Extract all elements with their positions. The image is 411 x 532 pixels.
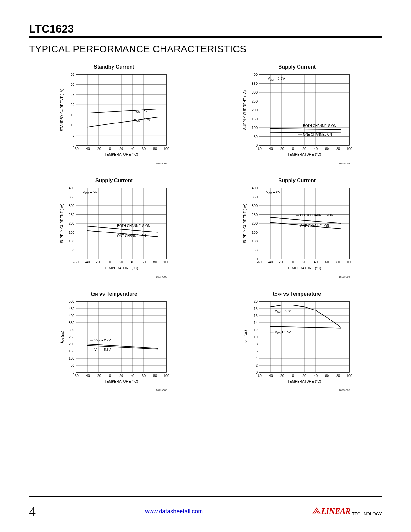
svg-text:TEMPERATURE (°C): TEMPERATURE (°C) xyxy=(287,266,321,270)
svg-text:80: 80 xyxy=(153,260,157,264)
fig-code: 1623 G04 xyxy=(244,162,350,165)
svg-text:TEMPERATURE (°C): TEMPERATURE (°C) xyxy=(104,266,138,270)
svg-text:300: 300 xyxy=(69,328,74,332)
svg-text:ONE CHANNEL ON: ONE CHANNEL ON xyxy=(300,224,329,228)
svg-text:-40: -40 xyxy=(268,147,273,151)
chart-g04: -60-40-200204060801000501001502002503003… xyxy=(241,71,353,160)
svg-text:60: 60 xyxy=(325,260,329,264)
svg-text:BOTH CHANNELS ON: BOTH CHANNELS ON xyxy=(117,224,151,228)
svg-text:12: 12 xyxy=(254,328,258,332)
fig-code: 1623 G05 xyxy=(244,275,350,278)
svg-text:18: 18 xyxy=(254,307,258,310)
fig-code: 1623 G07 xyxy=(244,389,350,392)
chart-cell-g04: Supply Current-60-40-2002040608010005010… xyxy=(225,64,369,165)
svg-text:20: 20 xyxy=(302,147,306,151)
svg-text:tON (µs): tON (µs) xyxy=(60,331,64,343)
svg-text:ONE CHANNEL ON: ONE CHANNEL ON xyxy=(303,133,332,136)
svg-text:100: 100 xyxy=(251,239,257,243)
chart-g07: -60-40-2002040608010002468101214161820VC… xyxy=(241,298,353,387)
svg-text:0: 0 xyxy=(292,147,294,151)
svg-text:60: 60 xyxy=(142,260,146,264)
svg-text:40: 40 xyxy=(131,147,134,151)
svg-text:-20: -20 xyxy=(279,374,284,378)
page-number: 4 xyxy=(29,504,36,519)
svg-text:50: 50 xyxy=(71,248,74,252)
svg-text:50: 50 xyxy=(71,363,74,367)
svg-text:VCC  = 2.7V: VCC = 2.7V xyxy=(134,118,151,122)
svg-text:TEMPERATURE (°C): TEMPERATURE (°C) xyxy=(104,379,138,383)
svg-text:350: 350 xyxy=(69,195,74,199)
svg-text:VCC  = 2.7V: VCC = 2.7V xyxy=(275,309,291,313)
svg-text:15: 15 xyxy=(71,113,74,117)
svg-text:-20: -20 xyxy=(96,260,101,264)
svg-text:60: 60 xyxy=(325,374,329,378)
svg-text:400: 400 xyxy=(251,186,257,190)
svg-text:400: 400 xyxy=(251,73,257,76)
chart-g06: -60-40-200204060801000501001502002503003… xyxy=(58,298,170,387)
svg-text:350: 350 xyxy=(251,195,257,199)
svg-text:80: 80 xyxy=(336,374,340,378)
svg-text:VCC  = 5.5V: VCC = 5.5V xyxy=(275,330,291,335)
svg-text:SUPPLY CURRENT (µA): SUPPLY CURRENT (µA) xyxy=(60,203,64,243)
svg-text:40: 40 xyxy=(131,374,134,378)
svg-text:50: 50 xyxy=(254,248,258,252)
svg-text:100: 100 xyxy=(347,260,352,264)
fig-code: 1623 G03 xyxy=(61,275,167,278)
svg-text:250: 250 xyxy=(251,99,257,103)
svg-text:25: 25 xyxy=(71,93,74,97)
svg-text:0: 0 xyxy=(109,147,111,151)
svg-text:16: 16 xyxy=(254,314,258,318)
svg-text:150: 150 xyxy=(251,117,257,121)
svg-text:5: 5 xyxy=(73,133,74,137)
chart-g05: -60-40-200204060801000501001502002503003… xyxy=(241,185,353,273)
svg-text:200: 200 xyxy=(69,222,74,225)
svg-text:10: 10 xyxy=(254,335,258,339)
section-title: TYPICAL PERFORMANCE CHARACTERISTICS xyxy=(29,44,382,54)
svg-text:tOFF (µs): tOFF (µs) xyxy=(243,330,247,343)
svg-text:-40: -40 xyxy=(268,374,273,378)
svg-text:SUPPLY CURRENT (µA): SUPPLY CURRENT (µA) xyxy=(243,90,247,130)
svg-text:0: 0 xyxy=(292,374,294,378)
svg-text:450: 450 xyxy=(69,307,74,310)
svg-text:250: 250 xyxy=(251,213,257,217)
svg-text:20: 20 xyxy=(302,374,306,378)
footer: 4 www.datasheetall.com LINEAR TECHNOLOGY xyxy=(29,504,382,519)
svg-text:100: 100 xyxy=(347,374,352,378)
svg-text:6: 6 xyxy=(256,349,258,353)
chart-cell-g02: Standby Current-60-40-200204060801000510… xyxy=(42,64,186,165)
svg-text:0: 0 xyxy=(292,260,294,264)
chart-g03: -60-40-200204060801000501001502002503003… xyxy=(58,185,170,273)
svg-text:0: 0 xyxy=(73,370,74,374)
svg-text:BOTH CHANNELS ON: BOTH CHANNELS ON xyxy=(303,124,336,128)
svg-text:BOTH CHANNELS ON: BOTH CHANNELS ON xyxy=(300,213,333,217)
svg-text:200: 200 xyxy=(251,108,257,112)
chart-title: Standby Current xyxy=(94,64,134,70)
svg-text:-40: -40 xyxy=(85,147,90,151)
svg-text:100: 100 xyxy=(69,239,74,243)
svg-text:TEMPERATURE (°C): TEMPERATURE (°C) xyxy=(287,153,321,156)
svg-text:150: 150 xyxy=(69,231,74,234)
chart-title: tOFF vs Temperature xyxy=(273,291,321,297)
svg-text:500: 500 xyxy=(69,300,74,303)
svg-text:400: 400 xyxy=(69,186,74,190)
chart-cell-g06: tON vs Temperature-60-40-200204060801000… xyxy=(42,291,186,392)
svg-text:0: 0 xyxy=(256,370,258,374)
svg-text:0: 0 xyxy=(256,143,258,147)
svg-text:-20: -20 xyxy=(279,147,284,151)
svg-text:350: 350 xyxy=(69,321,74,325)
svg-text:-40: -40 xyxy=(268,260,273,264)
svg-text:250: 250 xyxy=(69,335,74,339)
footer-url[interactable]: www.datasheetall.com xyxy=(36,508,312,515)
svg-text:14: 14 xyxy=(254,321,258,325)
chart-title: tON vs Temperature xyxy=(91,291,137,297)
svg-text:20: 20 xyxy=(71,103,74,107)
svg-text:40: 40 xyxy=(131,260,134,264)
svg-text:80: 80 xyxy=(153,147,157,151)
svg-text:VCC  = 5V: VCC = 5V xyxy=(83,190,98,195)
chart-title: Supply Current xyxy=(278,178,316,183)
svg-text:60: 60 xyxy=(325,147,329,151)
svg-text:20: 20 xyxy=(119,374,123,378)
svg-text:STANDBY CURRENT (µA): STANDBY CURRENT (µA) xyxy=(60,89,64,131)
svg-text:150: 150 xyxy=(69,349,74,353)
svg-text:300: 300 xyxy=(251,90,257,94)
